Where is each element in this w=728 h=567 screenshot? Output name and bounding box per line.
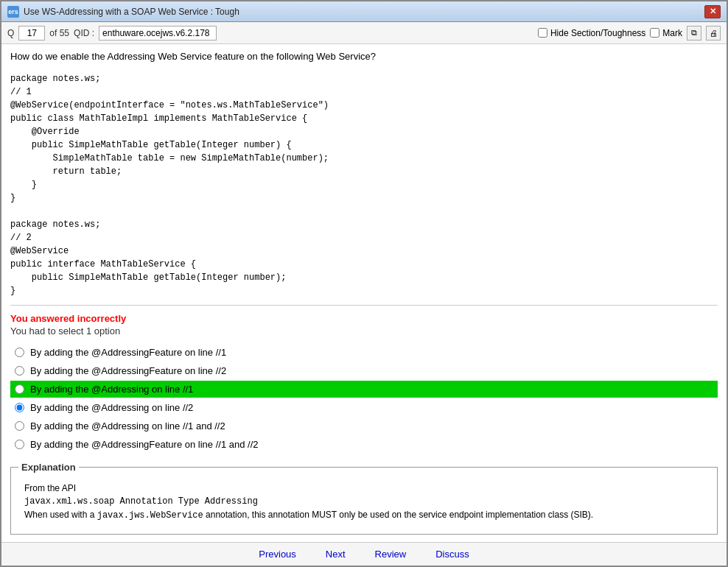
previous-button[interactable]: Previous <box>259 549 296 560</box>
option-label-6: By adding the @AddressingFeature on line… <box>30 439 259 450</box>
next-button[interactable]: Next <box>326 549 346 560</box>
discuss-button[interactable]: Discuss <box>435 549 469 560</box>
footer-bar: Previous Next Review Discuss <box>1 542 727 566</box>
option-label-3: By adding the @Addressing on line //1 <box>30 384 193 395</box>
explanation-line1: From the API <box>24 482 704 495</box>
option-radio-2[interactable] <box>15 366 24 376</box>
list-item[interactable]: By adding the @AddressingFeature on line… <box>10 436 718 453</box>
explanation-box: Explanation From the API javax.xml.ws.so… <box>10 462 718 535</box>
list-item[interactable]: By adding the @Addressing on line //1 <box>10 381 718 398</box>
option-radio-3[interactable] <box>15 384 24 394</box>
divider <box>10 305 718 306</box>
question-number-input[interactable] <box>18 26 45 40</box>
toolbar: Q of 55 QID : Hide Section/Toughness Mar… <box>1 22 727 44</box>
review-button[interactable]: Review <box>375 549 407 560</box>
question-text: How do we enable the Addressing Web Serv… <box>10 50 718 63</box>
q-label: Q <box>7 28 14 38</box>
print-button[interactable]: 🖨 <box>706 26 721 40</box>
mark-group: Mark <box>650 28 682 38</box>
hide-section-group: Hide Section/Toughness <box>538 28 645 38</box>
explanation-line3: When used with a javax.jws.WebService an… <box>24 508 704 522</box>
hide-section-label: Hide Section/Toughness <box>550 28 645 38</box>
close-button[interactable]: ✕ <box>704 5 721 18</box>
list-item[interactable]: By adding the @AddressingFeature on line… <box>10 362 718 379</box>
option-radio-1[interactable] <box>15 348 24 357</box>
option-label-2: By adding the @AddressingFeature on line… <box>30 365 226 376</box>
option-radio-6[interactable] <box>15 440 24 449</box>
explanation-line2: javax.xml.ws.soap Annotation Type Addres… <box>24 495 704 508</box>
incorrect-status: You answered incorrectly <box>10 313 718 324</box>
hide-section-checkbox[interactable] <box>538 28 547 38</box>
option-label-1: By adding the @AddressingFeature on line… <box>30 347 226 358</box>
content-area: How do we enable the Addressing Web Serv… <box>1 44 727 542</box>
qid-input[interactable] <box>99 26 217 40</box>
main-window: ers Use WS-Addressing with a SOAP Web Se… <box>0 0 728 567</box>
option-label-5: By adding the @Addressing on line //1 an… <box>30 420 225 432</box>
answer-hint: You had to select 1 option <box>10 325 718 337</box>
window-title: Use WS-Addressing with a SOAP Web Servic… <box>24 7 704 17</box>
list-item[interactable]: By adding the @Addressing on line //1 an… <box>10 418 718 434</box>
list-item[interactable]: By adding the @AddressingFeature on line… <box>10 344 718 361</box>
option-radio-4[interactable] <box>15 403 24 412</box>
options-container: By adding the @AddressingFeature on line… <box>10 344 718 453</box>
code-block: package notes.ws; // 1 @WebService(endpo… <box>10 72 718 297</box>
of-label: of 55 <box>49 28 69 38</box>
mark-checkbox[interactable] <box>650 28 659 38</box>
copy-button[interactable]: ⧉ <box>687 26 701 40</box>
option-label-4: By adding the @Addressing on line //2 <box>30 402 193 413</box>
mark-label: Mark <box>662 28 682 38</box>
list-item[interactable]: By adding the @Addressing on line //2 <box>10 399 718 416</box>
explanation-title: Explanation <box>18 462 79 473</box>
explanation-content: From the API javax.xml.ws.soap Annotatio… <box>18 477 710 526</box>
title-bar: ers Use WS-Addressing with a SOAP Web Se… <box>1 1 727 22</box>
qid-label: QID : <box>74 28 94 38</box>
option-radio-5[interactable] <box>15 421 24 431</box>
app-icon: ers <box>7 6 19 18</box>
